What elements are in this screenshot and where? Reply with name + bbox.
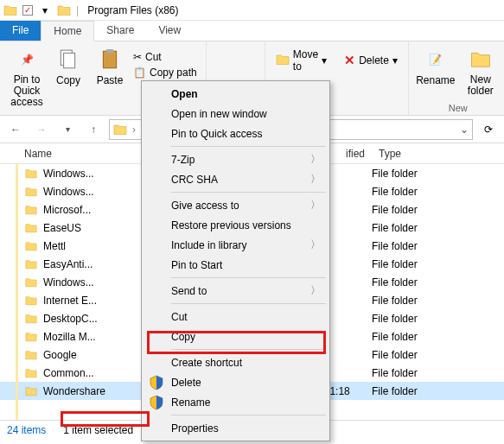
menu-separator	[171, 303, 326, 304]
file-type: File folder	[372, 295, 504, 307]
move-to-button[interactable]: Move to▾	[272, 47, 330, 74]
path-icon: 📋	[133, 67, 146, 79]
menu-item-rename[interactable]: Rename	[144, 392, 328, 412]
menu-item-copy[interactable]: Copy	[144, 327, 328, 346]
menu-item-create-shortcut[interactable]: Create shortcut	[144, 352, 328, 372]
item-count: 24 items	[7, 424, 46, 436]
menu-item-cut[interactable]: Cut	[144, 307, 328, 327]
back-button[interactable]: ←	[5, 119, 26, 140]
chevron-down-icon[interactable]: ⌄	[460, 124, 469, 136]
folder-icon	[24, 168, 38, 180]
copy-path-button[interactable]: 📋Copy path	[131, 66, 199, 79]
folder-icon	[24, 295, 38, 307]
folder-icon	[24, 331, 38, 343]
menu-separator	[171, 146, 326, 147]
tab-home[interactable]: Home	[41, 21, 94, 41]
menu-item-pin-to-quick-access[interactable]: Pin to Quick access	[144, 124, 328, 143]
menu-item-7-zip[interactable]: 7-Zip〉	[144, 149, 328, 169]
menu-label: Properties	[171, 422, 219, 434]
folder-icon	[113, 123, 127, 136]
menu-label: Delete	[171, 377, 201, 389]
up-button[interactable]: ↑	[83, 119, 104, 140]
menu-item-properties[interactable]: Properties	[144, 418, 328, 438]
dropdown-icon[interactable]: ▾	[38, 3, 52, 17]
file-name: DesktopC...	[43, 313, 98, 325]
chevron-right-icon: 〉	[310, 283, 321, 298]
new-folder-icon	[468, 47, 494, 73]
menu-separator	[171, 349, 326, 350]
folder-icon	[24, 222, 38, 234]
menu-item-pin-to-start[interactable]: Pin to Start	[144, 255, 328, 275]
menu-label: Pin to Quick access	[171, 128, 262, 140]
file-name: Mettl	[43, 240, 66, 252]
tab-view[interactable]: View	[146, 21, 193, 41]
menu-label: Pin to Start	[171, 259, 222, 271]
rename-button[interactable]: 📝 Rename	[416, 47, 456, 97]
file-type: File folder	[372, 349, 504, 361]
forward-button[interactable]: →	[31, 119, 52, 140]
file-type: File folder	[372, 222, 504, 234]
paste-button[interactable]: Paste	[90, 47, 130, 109]
svg-rect-1	[64, 53, 75, 67]
svg-rect-2	[103, 51, 116, 68]
file-type: File folder	[372, 385, 504, 397]
menu-item-open[interactable]: Open	[144, 84, 328, 104]
column-type[interactable]: Type	[372, 148, 504, 160]
folder-icon	[24, 385, 38, 397]
tab-file[interactable]: File	[0, 21, 41, 41]
file-type: File folder	[372, 204, 504, 216]
file-name: Google	[43, 349, 77, 361]
delete-ribbon-button[interactable]: ✕ Delete▾	[341, 47, 401, 74]
copy-button[interactable]: Copy	[48, 47, 88, 109]
menu-item-send-to[interactable]: Send to〉	[144, 281, 328, 301]
shield-icon	[149, 395, 164, 410]
folder-icon	[24, 313, 38, 325]
separator: |	[76, 4, 79, 16]
chevron-right-icon: ›	[132, 124, 136, 136]
menu-item-open-in-new-window[interactable]: Open in new window	[144, 104, 328, 124]
file-name: EaseUS	[43, 222, 81, 234]
menu-item-restore-previous-versions[interactable]: Restore previous versions	[144, 215, 328, 235]
pin-icon: 📌	[14, 47, 40, 73]
file-name: Windows...	[43, 168, 94, 180]
file-type: File folder	[372, 367, 504, 379]
tab-share[interactable]: Share	[94, 21, 146, 41]
file-name: Wondershare	[43, 385, 105, 397]
window-title: Program Files (x86)	[84, 4, 178, 16]
file-type: File folder	[372, 258, 504, 270]
folder-icon	[24, 349, 38, 361]
menu-item-crc-sha[interactable]: CRC SHA〉	[144, 169, 328, 189]
menu-label: Open in new window	[171, 108, 267, 120]
checkbox-icon[interactable]: ✓	[22, 5, 33, 16]
folder-icon	[24, 186, 38, 198]
menu-item-give-access-to[interactable]: Give access to〉	[144, 195, 328, 215]
folder-icon	[3, 3, 17, 17]
menu-item-delete[interactable]: Delete	[144, 372, 328, 392]
file-type: File folder	[372, 331, 504, 343]
file-name: Internet E...	[43, 295, 97, 307]
svg-rect-3	[106, 49, 114, 53]
new-folder-button[interactable]: New folder	[461, 47, 501, 97]
chevron-right-icon: 〉	[310, 152, 321, 167]
chevron-right-icon: 〉	[310, 172, 321, 187]
file-type: File folder	[372, 276, 504, 289]
menu-label: Include in library	[171, 239, 246, 251]
menu-label: Cut	[171, 311, 188, 323]
recent-dropdown[interactable]: ▾	[57, 119, 78, 140]
refresh-button[interactable]: ⟳	[478, 119, 499, 140]
menu-label: Open	[171, 88, 198, 100]
menu-label: CRC SHA	[171, 174, 218, 186]
folder-small-icon	[57, 3, 71, 17]
folder-icon	[24, 204, 38, 216]
pin-quick-button[interactable]: 📌 Pin to Quick access	[7, 47, 47, 109]
file-name: Windows...	[43, 186, 94, 198]
new-group-label: New	[449, 103, 468, 113]
menu-label: Send to	[171, 285, 207, 297]
folder-icon	[24, 258, 38, 270]
cut-button[interactable]: ✂Cut	[131, 50, 163, 64]
chevron-down-icon: ▾	[322, 54, 327, 67]
menu-item-include-in-library[interactable]: Include in library〉	[144, 235, 328, 255]
file-name: Windows...	[43, 276, 94, 289]
title-bar: ✓ ▾ | Program Files (x86)	[0, 0, 504, 21]
folder-icon	[24, 240, 38, 252]
